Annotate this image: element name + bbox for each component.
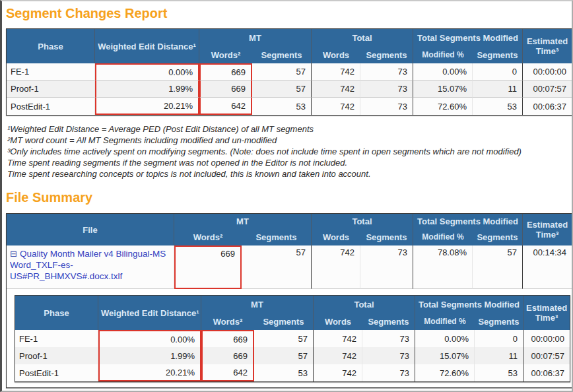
column-header-modified-pct: Modified % <box>415 313 475 330</box>
footnote-line: Time spent reading segments if the segme… <box>7 157 569 168</box>
modified-pct-cell: 0.00% <box>413 63 473 81</box>
column-header-mt-segments: Segments <box>242 228 312 245</box>
report-page: Segment Changes Report Phase Weighted Ed… <box>0 0 573 392</box>
phase-cell: Proof-1 <box>15 347 98 364</box>
total-segments-cell: 73 <box>362 347 415 364</box>
mt-words-cell-highlighted: 669 <box>174 245 242 289</box>
column-group-total-segments-modified: Total Segments Modified <box>413 29 523 46</box>
column-header-modified-segments: Segments <box>473 228 523 245</box>
estimated-time-cell: 00:00:00 <box>523 63 572 81</box>
estimated-time-cell: 00:14:34 <box>523 245 572 289</box>
phase-cell: Proof-1 <box>7 81 95 98</box>
total-segments-cell: 73 <box>360 245 413 289</box>
column-header-modified-pct: Modified % <box>413 228 473 245</box>
phase-cell: FE-1 <box>15 330 98 347</box>
file-summary-title: File Summary <box>6 190 569 205</box>
file-summary-table-header: File MT Total Total Segments Modified Es… <box>7 214 572 245</box>
collapse-icon[interactable]: ⊟ <box>10 249 17 259</box>
mt-segments-cell: 53 <box>252 98 312 115</box>
phase-cell: PostEdit-1 <box>15 364 98 381</box>
mt-words-cell-highlighted: 669 <box>201 330 254 347</box>
modified-segments-cell: 11 <box>473 81 523 98</box>
phase-row-proof1: Proof-1 1.99% 669 57 742 73 15.07% 11 00… <box>7 81 572 98</box>
file-link[interactable]: Quality Month Mailer v4 Bilingual-MS Wor… <box>10 249 166 281</box>
column-header-estimated-time: Estimated Time³ <box>523 29 572 63</box>
modified-pct-cell: 72.60% <box>415 364 475 381</box>
column-header-file: File <box>7 214 174 245</box>
nested-table-container: Phase Weighted Edit Distance¹ MT Total T… <box>7 289 572 387</box>
column-header-total-segments: Segments <box>360 46 413 63</box>
file-phase-table-header: Phase Weighted Edit Distance¹ MT Total T… <box>15 296 570 330</box>
segment-changes-table: Phase Weighted Edit Distance¹ MT Total T… <box>6 28 572 115</box>
column-header-mt-segments: Segments <box>252 46 312 63</box>
mt-words-cell-highlighted: 669 <box>199 63 252 81</box>
modified-segments-cell: 53 <box>473 98 523 115</box>
phase-cell: PostEdit-1 <box>7 98 95 115</box>
column-group-total: Total <box>314 296 415 313</box>
mt-segments-cell: 57 <box>242 245 312 289</box>
total-words-cell: 742 <box>312 245 360 289</box>
estimated-time-cell: 00:00:00 <box>523 330 570 347</box>
estimated-time-cell: 00:06:37 <box>523 98 572 115</box>
column-header-modified-segments: Segments <box>475 313 523 330</box>
column-header-mt-words: Words² <box>201 313 254 330</box>
column-group-total-segments-modified: Total Segments Modified <box>413 214 523 228</box>
modified-segments-cell: 0 <box>475 330 523 347</box>
mt-segments-cell: 53 <box>254 364 314 381</box>
wed-cell-highlighted: 20.21% <box>98 364 201 381</box>
total-words-cell: 742 <box>314 364 362 381</box>
wed-cell-highlighted: 0.00% <box>95 63 199 81</box>
footnote-line: ³Only includes time actively spent on mo… <box>7 146 569 157</box>
footnotes: ¹Weighted Edit Distance = Average PED (P… <box>7 123 569 180</box>
column-group-mt: MT <box>174 214 312 228</box>
modified-segments-cell: 0 <box>473 63 523 81</box>
modified-pct-cell: 72.60% <box>413 98 473 115</box>
footnote-line: ¹Weighted Edit Distance = Average PED (P… <box>7 123 569 135</box>
modified-pct-cell: 15.07% <box>413 81 473 98</box>
mt-words-cell-highlighted: 669 <box>201 347 254 364</box>
modified-segments-cell: 57 <box>473 245 523 289</box>
estimated-time-cell: 00:06:37 <box>523 364 570 381</box>
column-header-total-words: Words <box>312 46 360 63</box>
column-header-modified-segments: Segments <box>473 46 523 63</box>
mt-words-cell-highlighted: 642 <box>201 364 254 381</box>
footnote-line: Time spent researching concepts or topic… <box>7 168 569 180</box>
modified-segments-cell: 53 <box>475 364 523 381</box>
phase-row-postedit1: PostEdit-1 20.21% 642 53 742 73 72.60% 5… <box>7 98 572 115</box>
column-header-mt-words: Words² <box>199 46 252 63</box>
total-segments-cell: 73 <box>360 98 413 115</box>
phase-row-proof1: Proof-1 1.99% 669 57 742 73 15.07% 11 00… <box>15 347 570 364</box>
total-segments-cell: 73 <box>362 330 415 347</box>
phase-cell: FE-1 <box>7 63 95 81</box>
total-words-cell: 742 <box>314 330 362 347</box>
column-header-total-words: Words <box>314 313 362 330</box>
wed-cell-highlighted: 0.00% <box>98 330 201 347</box>
column-group-mt: MT <box>201 296 314 313</box>
total-words-cell: 742 <box>312 98 360 115</box>
wed-cell-highlighted: 20.21% <box>95 98 199 115</box>
column-header-total-segments: Segments <box>362 313 415 330</box>
column-header-estimated-time: Estimated Time³ <box>523 214 572 245</box>
column-group-total: Total <box>312 214 413 228</box>
phase-row-fe1: FE-1 0.00% 669 57 742 73 0.00% 0 00:00:0… <box>7 63 572 81</box>
file-detail-row: Phase Weighted Edit Distance¹ MT Total T… <box>7 289 572 387</box>
column-header-phase: Phase <box>15 296 98 330</box>
column-header-estimated-time: Estimated Time³ <box>523 296 570 330</box>
total-words-cell: 742 <box>314 347 362 364</box>
wed-cell-highlighted: 1.99% <box>98 347 201 364</box>
file-phase-table: Phase Weighted Edit Distance¹ MT Total T… <box>15 295 570 382</box>
column-group-total: Total <box>312 29 413 46</box>
modified-pct-cell: 15.07% <box>415 347 475 364</box>
wed-cell-highlighted: 1.99% <box>95 81 199 98</box>
modified-segments-cell: 11 <box>475 347 523 364</box>
mt-segments-cell: 57 <box>252 63 312 81</box>
mt-words-cell-highlighted: 669 <box>199 81 252 98</box>
column-header-phase: Phase <box>7 29 95 63</box>
modified-pct-cell: 0.00% <box>415 330 475 347</box>
column-group-total-segments-modified: Total Segments Modified <box>415 296 523 313</box>
file-summary-table: File MT Total Total Segments Modified Es… <box>6 213 572 388</box>
mt-segments-cell: 57 <box>254 347 314 364</box>
estimated-time-cell: 00:07:57 <box>523 81 572 98</box>
file-name-cell: ⊟Quality Month Mailer v4 Bilingual-MS Wo… <box>7 245 174 289</box>
total-words-cell: 742 <box>312 81 360 98</box>
